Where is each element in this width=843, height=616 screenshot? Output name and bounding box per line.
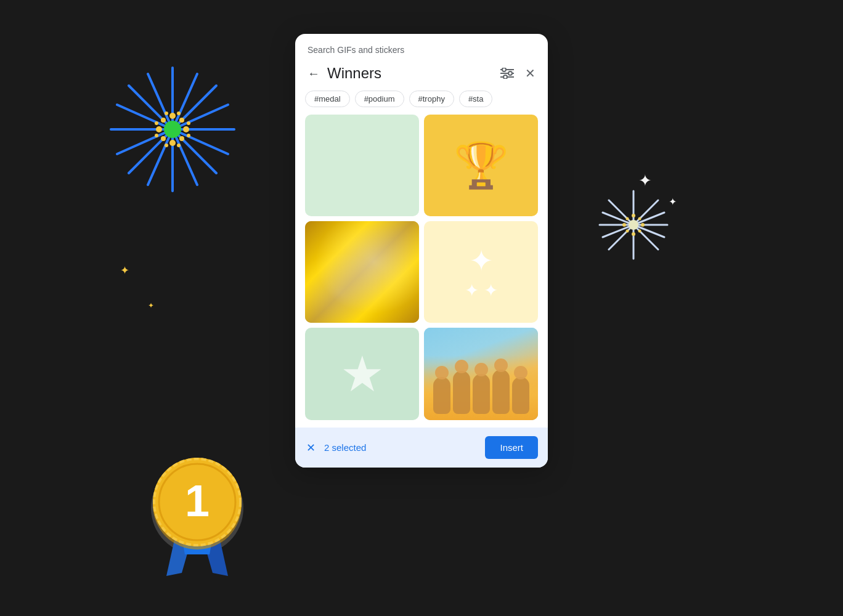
- svg-point-20: [183, 126, 189, 132]
- svg-point-19: [156, 126, 162, 132]
- sparkle-left-top: ✦: [120, 265, 129, 276]
- svg-point-59: [153, 458, 242, 546]
- svg-point-51: [638, 230, 641, 233]
- svg-line-11: [173, 129, 228, 154]
- svg-point-45: [629, 220, 638, 230]
- tag-podium[interactable]: #podium: [355, 91, 404, 107]
- svg-point-50: [626, 217, 629, 221]
- svg-point-60: [159, 464, 235, 540]
- gif-sticker-panel: Search GIFs and stickers ← Winners ✕ #me…: [295, 34, 548, 468]
- svg-line-42: [633, 213, 664, 225]
- svg-point-24: [161, 136, 166, 141]
- panel-hint: Search GIFs and stickers: [295, 34, 548, 59]
- gif-item-2[interactable]: 🏆: [424, 115, 538, 216]
- tag-medal[interactable]: #medal: [305, 91, 350, 107]
- svg-line-38: [633, 225, 658, 249]
- svg-line-14: [148, 129, 173, 185]
- svg-point-29: [155, 121, 158, 125]
- svg-line-13: [173, 74, 197, 129]
- svg-point-26: [177, 111, 181, 115]
- gif-item-6[interactable]: [424, 328, 538, 420]
- tag-star[interactable]: #sta: [459, 91, 493, 107]
- svg-point-67: [508, 71, 512, 75]
- svg-line-37: [609, 200, 633, 225]
- svg-line-44: [633, 225, 664, 237]
- svg-point-61: [154, 459, 240, 545]
- sparkle-right-small: ✦: [669, 197, 677, 207]
- gif-item-1[interactable]: [305, 115, 419, 216]
- svg-point-27: [165, 144, 168, 147]
- svg-line-7: [173, 86, 216, 129]
- svg-marker-57: [179, 521, 216, 554]
- gif-grid: 🏆 ✦ ✦ ✦ ★: [295, 115, 548, 420]
- svg-point-31: [187, 121, 190, 125]
- svg-point-30: [155, 134, 158, 137]
- panel-header: ← Winners ✕: [295, 59, 548, 91]
- close-button[interactable]: ✕: [523, 63, 538, 83]
- svg-text:1: 1: [185, 476, 210, 525]
- sparkle-right-big: ✦: [638, 172, 652, 188]
- svg-line-5: [173, 129, 216, 173]
- svg-point-47: [632, 232, 635, 236]
- svg-point-28: [177, 144, 181, 147]
- svg-line-4: [129, 86, 173, 129]
- svg-line-9: [173, 105, 228, 129]
- svg-point-53: [626, 230, 629, 233]
- svg-point-52: [638, 217, 641, 221]
- svg-point-49: [641, 223, 645, 227]
- svg-point-18: [169, 140, 176, 146]
- svg-line-39: [609, 225, 633, 249]
- svg-line-41: [603, 213, 633, 225]
- bottom-bar: ✕ 2 selected Insert: [295, 428, 548, 468]
- svg-line-15: [173, 129, 197, 185]
- svg-point-48: [622, 223, 626, 227]
- trophy-icon: 🏆: [454, 139, 509, 192]
- svg-point-66: [502, 68, 506, 71]
- insert-button[interactable]: Insert: [485, 436, 538, 459]
- svg-line-8: [117, 105, 173, 129]
- selected-count-text: 2 selected: [324, 442, 478, 453]
- svg-point-16: [164, 121, 181, 138]
- panel-title: Winners: [327, 65, 492, 82]
- star-icon: ★: [340, 346, 385, 403]
- tags-row: #medal #podium #trophy #sta: [295, 91, 548, 115]
- svg-point-21: [161, 118, 166, 123]
- svg-line-43: [603, 225, 633, 237]
- gif-item-5[interactable]: ★: [305, 328, 419, 420]
- svg-point-32: [187, 134, 190, 137]
- svg-marker-55: [166, 521, 188, 576]
- svg-point-17: [169, 113, 176, 119]
- gif-item-4[interactable]: ✦ ✦ ✦: [424, 221, 538, 323]
- clear-selection-button[interactable]: ✕: [305, 440, 317, 456]
- sparkle-left-mid: ✦: [148, 302, 154, 309]
- svg-line-6: [129, 129, 173, 173]
- svg-line-10: [117, 129, 173, 154]
- svg-point-54: [151, 462, 243, 554]
- back-button[interactable]: ←: [305, 64, 322, 83]
- gif-item-3[interactable]: [305, 221, 419, 323]
- tag-trophy[interactable]: #trophy: [409, 91, 454, 107]
- filter-button[interactable]: [497, 65, 518, 81]
- medal-decoration: 1: [132, 425, 262, 579]
- svg-line-40: [633, 200, 658, 225]
- svg-point-22: [179, 136, 184, 141]
- svg-point-25: [165, 111, 168, 115]
- svg-point-23: [179, 118, 184, 123]
- svg-point-58: [153, 461, 242, 549]
- svg-point-68: [503, 75, 507, 79]
- svg-line-12: [148, 74, 173, 129]
- svg-point-46: [632, 214, 635, 217]
- svg-marker-56: [206, 521, 228, 576]
